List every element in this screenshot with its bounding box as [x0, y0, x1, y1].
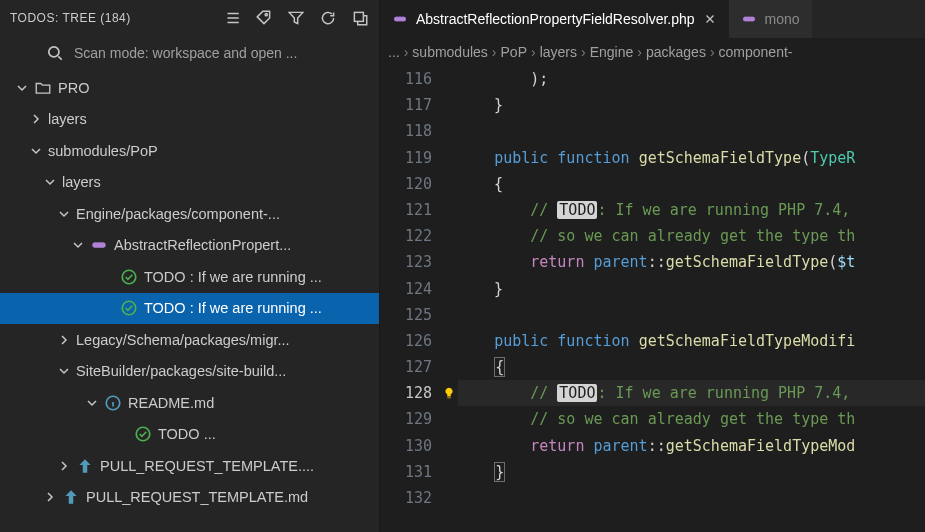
tree-label: TODO : If we are running ... [144, 269, 322, 285]
tree-row[interactable]: layers [0, 104, 379, 136]
check-icon [120, 299, 138, 317]
line-number: 126 [380, 328, 432, 354]
breadcrumb-item[interactable]: ... [388, 44, 400, 60]
php-icon [392, 11, 408, 27]
breadcrumb-item[interactable]: PoP [501, 44, 527, 60]
tree-label: AbstractReflectionPropert... [114, 237, 291, 253]
tree-row[interactable]: README.md [0, 387, 379, 419]
tree-label: Engine/packages/component-... [76, 206, 280, 222]
svg-point-15 [749, 17, 755, 22]
breadcrumb-item[interactable]: packages [646, 44, 706, 60]
line-number: 117 [380, 92, 432, 118]
line-number: 129 [380, 406, 432, 432]
chevron-down-icon[interactable] [70, 237, 86, 253]
check-icon [120, 268, 138, 286]
tree-row[interactable]: TODO : If we are running ... [0, 261, 379, 293]
search-row[interactable]: Scan mode: workspace and open ... [0, 36, 379, 70]
sidebar-header: TODOS: TREE (184) [0, 0, 379, 36]
line-number: 118 [380, 118, 432, 144]
tree-label: layers [48, 111, 87, 127]
tree-row[interactable]: Legacy/Schema/packages/migr... [0, 324, 379, 356]
tree-row[interactable]: Engine/packages/component-... [0, 198, 379, 230]
chevron-down-icon[interactable] [56, 206, 72, 222]
tree-label: README.md [128, 395, 214, 411]
tree: PROlayerssubmodules/PoPlayersEngine/pack… [0, 70, 379, 532]
chevron-down-icon[interactable] [56, 363, 72, 379]
chevron-down-icon[interactable] [14, 80, 30, 96]
chevron-down-icon[interactable] [84, 395, 100, 411]
tree-row[interactable]: PRO [0, 72, 379, 104]
line-number: 122 [380, 223, 432, 249]
chevron-right-icon[interactable] [28, 111, 44, 127]
md-icon [76, 457, 94, 475]
folder-icon [34, 79, 52, 97]
filter-icon[interactable] [287, 9, 305, 27]
tree-label: layers [62, 174, 101, 190]
chevron-right-icon[interactable] [42, 489, 58, 505]
sidebar-actions [223, 9, 369, 27]
tree-label: Legacy/Schema/packages/migr... [76, 332, 290, 348]
line-number: 127 [380, 354, 432, 380]
duplicate-icon[interactable] [351, 9, 369, 27]
tree-label: PULL_REQUEST_TEMPLATE.... [100, 458, 314, 474]
chevron-right-icon[interactable] [56, 458, 72, 474]
breadcrumb-item[interactable]: Engine [590, 44, 634, 60]
tab-label: mono [765, 11, 800, 27]
line-number: 124 [380, 276, 432, 302]
tree-row[interactable]: PULL_REQUEST_TEMPLATE.md [0, 482, 379, 514]
tree-row[interactable]: AbstractReflectionPropert... [0, 230, 379, 262]
lightbulb-icon[interactable] [442, 386, 456, 400]
tree-label: PULL_REQUEST_TEMPLATE.md [86, 489, 308, 505]
info-icon [104, 394, 122, 412]
search-mode-label: Scan mode: workspace and open ... [74, 45, 297, 61]
tree-row[interactable]: TODO : If we are running ... [0, 293, 379, 325]
search-icon [46, 44, 64, 62]
tree-row[interactable]: SiteBuilder/packages/site-build... [0, 356, 379, 388]
line-number: 120 [380, 171, 432, 197]
line-number: 132 [380, 485, 432, 511]
line-number: 128 [380, 380, 432, 406]
tree-row[interactable]: PULL_REQUEST_TEMPLATE.... [0, 450, 379, 482]
editor: AbstractReflectionPropertyFieldResolver.… [380, 0, 925, 532]
tab-inactive[interactable]: mono [729, 0, 812, 38]
line-number: 119 [380, 145, 432, 171]
close-icon[interactable] [703, 12, 717, 26]
check-icon [134, 425, 152, 443]
code[interactable]: ); } public function getSchemaFieldType(… [458, 66, 925, 532]
chevron-down-icon[interactable] [28, 143, 44, 159]
svg-point-5 [99, 242, 106, 248]
line-number: 130 [380, 433, 432, 459]
refresh-icon[interactable] [319, 9, 337, 27]
sidebar-title: TODOS: TREE (184) [10, 11, 223, 25]
chevron-right-icon: › [581, 44, 586, 60]
svg-point-2 [49, 47, 59, 57]
svg-point-12 [400, 17, 406, 22]
breadcrumbs[interactable]: ... › submodules › PoP › layers › Engine… [380, 38, 925, 66]
tree-row[interactable]: TODO ... [0, 419, 379, 451]
php-icon [741, 11, 757, 27]
code-area: 1161171181191201211221231241251261271281… [380, 66, 925, 532]
breadcrumb-item[interactable]: layers [540, 44, 577, 60]
chevron-right-icon: › [637, 44, 642, 60]
md-icon [62, 488, 80, 506]
tree-row[interactable]: layers [0, 167, 379, 199]
tree-label: TODO ... [158, 426, 216, 442]
line-number: 125 [380, 302, 432, 328]
tree-row[interactable]: submodules/PoP [0, 135, 379, 167]
tab-active[interactable]: AbstractReflectionPropertyFieldResolver.… [380, 0, 729, 38]
chevron-down-icon[interactable] [42, 174, 58, 190]
tabs: AbstractReflectionPropertyFieldResolver.… [380, 0, 925, 38]
chevron-right-icon[interactable] [56, 332, 72, 348]
line-number: 131 [380, 459, 432, 485]
chevron-right-icon: › [710, 44, 715, 60]
sidebar: TODOS: TREE (184) Scan mode: workspace a… [0, 0, 380, 532]
breadcrumb-item[interactable]: component- [719, 44, 793, 60]
tree-label: submodules/PoP [48, 143, 158, 159]
list-icon[interactable] [223, 9, 241, 27]
tree-label: SiteBuilder/packages/site-build... [76, 363, 286, 379]
line-number: 116 [380, 66, 432, 92]
tag-icon[interactable] [255, 9, 273, 27]
tab-label: AbstractReflectionPropertyFieldResolver.… [416, 11, 695, 27]
chevron-right-icon: › [404, 44, 409, 60]
breadcrumb-item[interactable]: submodules [412, 44, 488, 60]
